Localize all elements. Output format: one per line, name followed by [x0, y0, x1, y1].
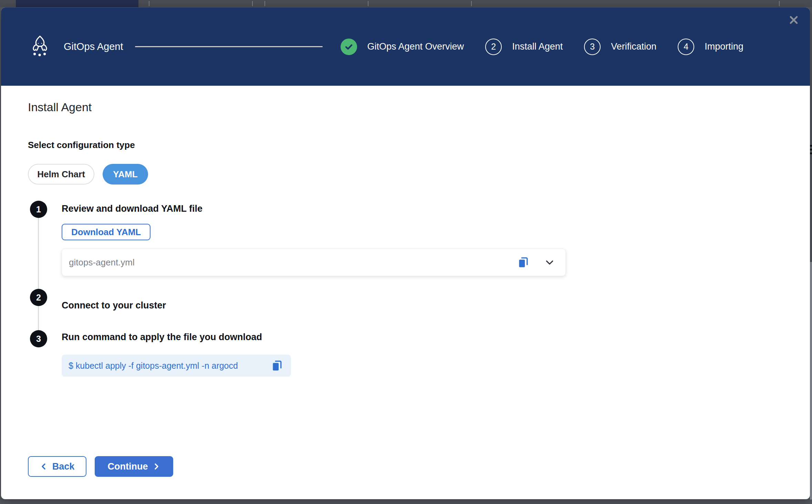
gitops-agent-wizard-modal: GitOps Agent GitOps Agent Overview 2 Ins… — [1, 8, 810, 499]
step-1-number-circle: 1 — [30, 201, 47, 218]
config-type-options: Helm Chart YAML — [28, 164, 148, 185]
config-type-label: Select configuration type — [28, 140, 135, 150]
chevron-right-icon — [153, 462, 160, 471]
step-3-number-circle: 3 — [30, 330, 47, 347]
stepper-label: Verification — [611, 41, 656, 52]
download-yaml-button[interactable]: Download YAML — [62, 224, 150, 240]
close-icon[interactable] — [787, 13, 801, 28]
stepper-item-install-agent[interactable]: 2 Install Agent — [485, 39, 563, 55]
header-divider-line — [135, 46, 323, 47]
check-icon — [341, 39, 357, 55]
wizard-stepper: GitOps Agent Overview 2 Install Agent 3 … — [341, 39, 765, 55]
background-browser-tabs — [0, 0, 812, 7]
step-1-title: Review and download YAML file — [62, 203, 202, 214]
wizard-brand-title: GitOps Agent — [64, 41, 123, 52]
copy-icon[interactable] — [517, 256, 529, 269]
step-3-title: Run command to apply the file you downlo… — [62, 332, 262, 343]
page-title: Install Agent — [28, 101, 92, 114]
copy-icon[interactable] — [271, 359, 283, 372]
chevron-down-icon[interactable] — [544, 257, 555, 268]
back-button-label: Back — [52, 461, 75, 472]
background-page-sliver — [810, 7, 812, 504]
stepper-item-importing[interactable]: 4 Importing — [678, 39, 743, 55]
wizard-header: GitOps Agent GitOps Agent Overview 2 Ins… — [1, 8, 810, 86]
continue-button[interactable]: Continue — [95, 456, 173, 477]
step-connector-line — [38, 211, 39, 339]
background-active-tab — [16, 0, 138, 7]
chevron-left-icon — [40, 462, 48, 471]
kubectl-command-box: $ kubectl apply -f gitops-agent.yml -n a… — [62, 355, 291, 377]
stepper-item-verification[interactable]: 3 Verification — [584, 39, 656, 55]
step-number-circle: 2 — [485, 39, 502, 55]
continue-button-label: Continue — [108, 461, 148, 472]
yaml-option[interactable]: YAML — [103, 164, 148, 185]
stepper-item-overview[interactable]: GitOps Agent Overview — [341, 39, 464, 55]
helm-chart-option[interactable]: Helm Chart — [28, 164, 94, 185]
step-2-title: Connect to your cluster — [62, 300, 166, 311]
step-2-number-circle: 2 — [30, 289, 47, 306]
stepper-label: Importing — [705, 41, 743, 52]
kubectl-command-text: $ kubectl apply -f gitops-agent.yml -n a… — [69, 361, 271, 371]
stepper-label: Install Agent — [512, 41, 563, 52]
yaml-file-name: gitops-agent.yml — [69, 257, 517, 268]
argo-squid-logo-icon — [30, 35, 50, 59]
back-button[interactable]: Back — [28, 456, 86, 477]
step-number-circle: 4 — [678, 39, 694, 55]
stepper-label: GitOps Agent Overview — [367, 41, 464, 52]
yaml-file-card[interactable]: gitops-agent.yml — [62, 249, 566, 276]
step-number-circle: 3 — [584, 39, 601, 55]
